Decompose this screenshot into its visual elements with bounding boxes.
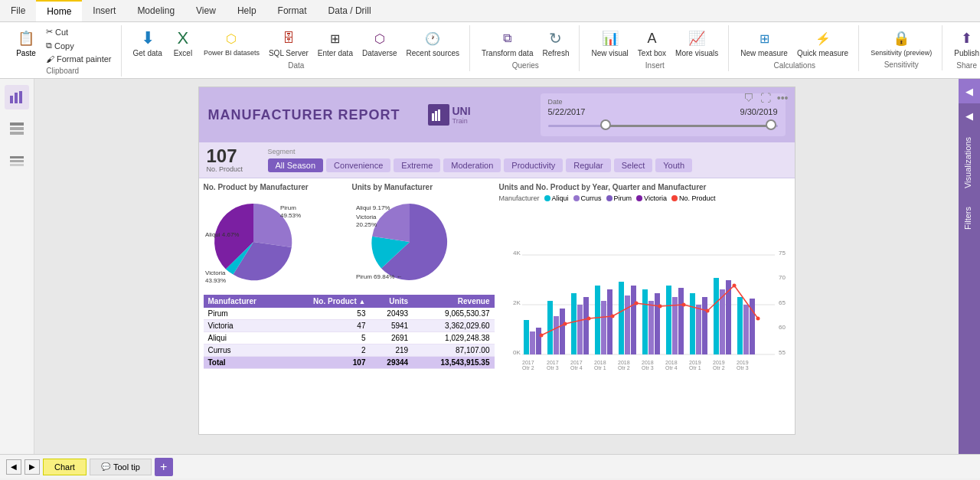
- share-items: ⬆ Publish: [950, 25, 980, 60]
- add-page-button[interactable]: +: [155, 458, 173, 476]
- tab-file[interactable]: File: [0, 0, 36, 21]
- svg-text:Qtr 2: Qtr 2: [713, 365, 725, 370]
- sensitivity-button[interactable]: 🔒 Sensitivity (preview): [867, 25, 936, 59]
- tab-nav-prev[interactable]: ◀: [6, 459, 21, 475]
- pie2-title: Units by Manufacturer: [352, 183, 495, 191]
- filter-icon[interactable]: ⛉: [743, 92, 754, 104]
- svg-rect-37: [560, 309, 565, 354]
- svg-text:Qtr 3: Qtr 3: [737, 365, 749, 370]
- data-group: ⬇ Get data X Excel ⬡ Power BI datasets 🗄…: [123, 25, 471, 71]
- seg-btn-regular[interactable]: Regular: [566, 158, 611, 172]
- seg-btn-all-season[interactable]: All Season: [268, 158, 324, 172]
- svg-rect-47: [642, 289, 648, 354]
- tab-nav-next[interactable]: ▶: [24, 459, 40, 475]
- ribbon-content: 📋 Paste ✂ Cut ⧉ Copy 🖌 Format painter: [0, 22, 980, 78]
- svg-text:65: 65: [779, 299, 786, 306]
- svg-rect-35: [547, 301, 553, 354]
- dataverse-button[interactable]: ⬡ Dataverse: [358, 25, 401, 60]
- tab-view[interactable]: View: [185, 0, 227, 21]
- text-box-icon: A: [641, 28, 662, 49]
- tab-modeling[interactable]: Modeling: [126, 0, 185, 21]
- tab-home[interactable]: Home: [36, 0, 82, 21]
- excel-button[interactable]: X Excel: [168, 25, 198, 60]
- get-data-button[interactable]: ⬇ Get data: [129, 25, 166, 60]
- quick-measure-button[interactable]: ⚡ Quick measure: [793, 25, 852, 60]
- paste-icon: 📋: [15, 28, 37, 49]
- enter-data-button[interactable]: ⊞ Enter data: [314, 25, 357, 60]
- cell-manufacturer: Pirum: [204, 308, 284, 320]
- tab-format[interactable]: Format: [267, 0, 318, 21]
- new-visual-button[interactable]: 📊 New visual: [587, 25, 632, 60]
- seg-btn-extreme[interactable]: Extreme: [394, 158, 440, 172]
- collapse-viz-button[interactable]: ◀: [959, 79, 980, 103]
- seg-btn-select[interactable]: Select: [614, 158, 653, 172]
- bar-chart-svg: 0K 2K 4K 55 60 65 70 75: [499, 205, 790, 370]
- visualizations-tab[interactable]: Visualizations: [959, 128, 980, 198]
- copy-button[interactable]: ⧉ Copy: [43, 39, 115, 52]
- svg-text:Pirum: Pirum: [280, 204, 296, 211]
- recent-sources-icon: 🕐: [422, 28, 443, 49]
- left-sidebar: [0, 79, 34, 454]
- filters-tab[interactable]: Filters: [959, 198, 980, 239]
- data-items: ⬇ Get data X Excel ⬡ Power BI datasets 🗄…: [129, 25, 464, 60]
- more-options-icon[interactable]: •••: [777, 92, 789, 104]
- tab-help[interactable]: Help: [227, 0, 267, 21]
- copy-icon: ⧉: [46, 41, 52, 51]
- publish-icon: ⬆: [956, 28, 978, 49]
- col-manufacturer[interactable]: Manufacturer: [204, 295, 284, 308]
- powerbi-datasets-button[interactable]: ⬡ Power BI datasets: [200, 25, 263, 59]
- svg-rect-38: [571, 293, 577, 354]
- charts-area: No. Product by Manufacturer: [199, 178, 795, 377]
- date-slider[interactable]: [548, 119, 778, 132]
- col-units[interactable]: Units: [370, 295, 413, 308]
- svg-rect-42: [601, 301, 606, 354]
- more-visuals-button[interactable]: 📈 More visuals: [671, 25, 722, 60]
- sql-server-button[interactable]: 🗄 SQL Server: [265, 25, 312, 60]
- legend-label: Manufacturer: [499, 194, 540, 202]
- col-no-product[interactable]: No. Product ▲: [284, 295, 370, 308]
- enter-data-icon: ⊞: [325, 28, 346, 49]
- nav-prev-button[interactable]: ◀: [959, 103, 980, 128]
- publish-button[interactable]: ⬆ Publish: [950, 25, 980, 60]
- svg-text:Qtr 4: Qtr 4: [570, 365, 583, 370]
- queries-group: ⧉ Transform data ↻ Refresh Queries: [472, 25, 580, 71]
- svg-text:Qtr 2: Qtr 2: [618, 365, 630, 370]
- seg-btn-convenience[interactable]: Convenience: [326, 158, 390, 172]
- quick-measure-icon: ⚡: [812, 28, 834, 49]
- chart-tab[interactable]: Chart: [43, 459, 87, 475]
- tab-data-drill[interactable]: Data / Drill: [318, 0, 382, 21]
- col-revenue[interactable]: Revenue: [413, 295, 494, 308]
- transform-data-button[interactable]: ⧉ Transform data: [478, 25, 537, 60]
- manufacturer-table: Manufacturer No. Product ▲ Units Revenue…: [204, 295, 495, 369]
- format-painter-button[interactable]: 🖌 Format painter: [43, 53, 115, 65]
- svg-rect-4: [10, 127, 24, 130]
- sidebar-icon-barchart[interactable]: [5, 85, 29, 109]
- refresh-button[interactable]: ↻ Refresh: [538, 25, 573, 60]
- svg-rect-2: [19, 91, 22, 103]
- seg-btn-moderation[interactable]: Moderation: [443, 158, 501, 172]
- svg-rect-49: [655, 293, 660, 354]
- svg-rect-7: [10, 160, 24, 162]
- svg-rect-5: [10, 132, 24, 135]
- focus-mode-icon[interactable]: ⛶: [760, 92, 771, 104]
- date-slider-thumb-start[interactable]: [600, 119, 611, 130]
- recent-sources-button[interactable]: 🕐 Recent sources: [403, 25, 463, 60]
- text-box-button[interactable]: A Text box: [634, 25, 670, 60]
- date-slider-thumb-end[interactable]: [766, 119, 776, 130]
- svg-text:Victoria: Victoria: [356, 214, 377, 220]
- date-range-display: 5/22/2017 9/30/2019: [548, 107, 778, 116]
- sidebar-icon-layers[interactable]: [5, 149, 29, 174]
- seg-btn-youth[interactable]: Youth: [655, 158, 692, 172]
- svg-text:2018: 2018: [665, 360, 678, 365]
- cut-button[interactable]: ✂ Cut: [43, 25, 115, 38]
- new-measure-button[interactable]: ⊞ New measure: [737, 25, 792, 60]
- seg-btn-productivity[interactable]: Productivity: [504, 158, 563, 172]
- tab-insert[interactable]: Insert: [82, 0, 126, 21]
- tooltip-tab[interactable]: 💬 Tool tip: [90, 459, 152, 475]
- segment-buttons: All Season Convenience Extreme Moderatio…: [268, 158, 787, 172]
- svg-rect-1: [15, 93, 18, 103]
- svg-rect-9: [432, 113, 434, 121]
- date-slider-range: [606, 125, 771, 127]
- sidebar-icon-table[interactable]: [5, 117, 29, 142]
- paste-button[interactable]: 📋 Paste: [11, 25, 41, 60]
